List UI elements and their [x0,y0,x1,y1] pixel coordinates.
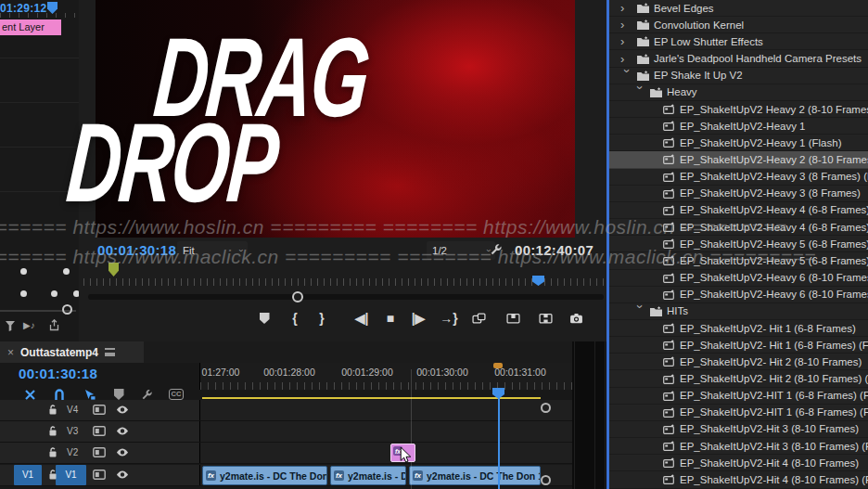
timeline-clip[interactable]: fxy2mate.is - DC The Don 12A [202,466,327,485]
timeline-timecode[interactable]: 00:01:30:18 [19,366,97,381]
sequence-marker-icon[interactable] [493,363,503,368]
panel-menu-icon[interactable] [105,348,115,356]
timeline-ruler[interactable]: 01:27:0000:01:28:0000:01:29:0000:01:30:0… [199,363,573,390]
eye-icon[interactable] [116,427,129,435]
adjustment-layer-clip[interactable]: ent Layer [0,19,61,35]
effects-tree-item[interactable]: ›EP Low Shutter Effects [609,33,868,50]
effects-tree-item[interactable]: ›Convolution Kernel [609,17,868,33]
keyframe-dot[interactable] [63,268,70,275]
green-marker-icon[interactable] [108,263,119,277]
effects-tree-item[interactable]: EP_ShakeItUpV2-Heavy 6 (8-10 Frames) (No… [609,287,868,303]
effects-tree-item[interactable]: EP_ShakeItUpV2-Heavy 3 (8 Frames) [609,186,868,202]
effects-tree-item[interactable]: EP_ShakeItUpV2-Heavy 6 (8-10 Frames) (Fl… [609,270,868,287]
effects-tree-item[interactable]: EP_ShakeItUpV2- Hit 1 (6-8 Frames) [609,320,868,337]
track-header-V4: V4 [0,400,200,420]
effects-tree-item[interactable]: EP_ShakeItUpV2-Hit 3 (8-10 Frames) (Flas… [609,438,868,455]
filter-funnel-icon[interactable] [5,320,16,331]
preset-icon [663,121,680,131]
program-current-timecode[interactable]: 00:01:30:18 [97,242,176,258]
effects-tree-item[interactable]: EP_ShakeItUpV2-Heavy 3 (8 Frames) (Flash… [609,169,868,186]
track-label: V3 [67,426,78,436]
scrollbar-handle[interactable] [541,403,551,413]
chevron-down-icon[interactable]: › [634,304,646,320]
sync-lock-icon[interactable] [93,470,106,480]
effects-tree-item[interactable]: EP_ShakeItUpV2 Heavy 2 (8-10 Frames) [609,101,868,118]
track-header-V2: V2 [0,443,200,463]
lift-button[interactable] [502,308,524,328]
sync-lock-icon[interactable] [93,447,106,457]
effects-tree-item[interactable]: EP_ShakeItUpV2-Heavy 2 (8-10 Frames) (Fl… [609,151,868,168]
keyframe-dot[interactable] [20,268,27,275]
step-back-button[interactable]: ◀| [351,308,373,328]
timeline-tab[interactable]: × Outtastatemp4 [0,341,144,363]
eye-icon[interactable] [116,470,129,479]
scrollbar-handle[interactable] [541,475,551,485]
effects-tree-item[interactable]: EP_ShakeItUpV2- Hit 2 (8-10 Frames) [609,354,868,370]
effects-tree-item[interactable]: EP_ShakeItUpV2-Heavy 4 (6-8 Frames) [609,202,868,219]
effects-tree-item[interactable]: ›HITs [609,303,868,320]
effects-tree-item[interactable]: ›Jarle's Deadpool Handheld Camera Preset… [609,50,868,67]
keyframe-dot[interactable] [51,290,57,297]
effects-tree-item[interactable]: EP_ShakeItUpV2-HIT 1 (6-8 Frames) (Flash… [609,405,868,421]
sync-lock-icon[interactable] [93,405,106,415]
effects-tree-item[interactable]: ›Heavy [609,84,868,101]
chevron-right-icon[interactable]: › [620,19,637,31]
effects-tree-item[interactable]: EP_ShakeItUpV2-Heavy 5 (6-8 Frames) (Fla… [609,252,868,269]
preset-icon [663,205,680,215]
add-marker-button[interactable] [253,308,275,328]
effects-tree-item[interactable]: EP_ShakeItUpV2-Hit 4 (8-10 Frames) [609,455,868,471]
chevron-down-icon[interactable]: › [621,69,633,84]
export-icon[interactable] [48,319,60,331]
divider [0,147,79,148]
program-scrollbar-knob[interactable] [292,291,303,302]
chevron-right-icon[interactable]: › [620,2,637,14]
go-to-out-button[interactable]: →} [438,308,460,328]
effects-tree-item[interactable]: EP_ShakeItUpV2-Heavy 1 [609,118,868,135]
track-target-V1[interactable]: V1 [56,465,86,485]
effects-tree-item[interactable]: EP_ShakeItUpV2- Hit 1 (6-8 Frames) (Flas… [609,337,868,354]
play-stop-button[interactable]: ■ [379,308,402,328]
chevron-right-icon[interactable]: › [620,53,637,65]
zoom-level-select[interactable]: Fit › [177,241,248,260]
effects-tree-item[interactable]: EP_ShakeItUpV2-Heavy 5 (6-8 Frames) [609,236,868,252]
eye-icon[interactable] [116,405,129,414]
timeline-clip[interactable]: fxy2mate.is - D [330,466,406,485]
effects-tree-item[interactable]: ›Bevel Edges [609,0,868,17]
timeline-clip[interactable]: fxy2mate.is - DC The Don 12AM O [409,466,541,485]
lock-icon[interactable] [48,425,57,437]
playback-resolution-select[interactable]: 1/2 › [427,241,495,260]
keyframe-dot[interactable] [20,290,27,297]
extract-button[interactable] [534,308,556,328]
sync-lock-icon[interactable] [93,426,106,436]
program-mini-ruler[interactable] [83,278,607,286]
export-frame-button[interactable] [565,308,587,328]
chevron-right-icon[interactable]: › [620,35,637,47]
lock-icon[interactable] [48,469,57,481]
step-forward-button[interactable]: |▶ [407,308,429,328]
work-area-bar [202,397,541,399]
effects-tree-item[interactable]: EP_ShakeItUpV2-Hit 4 (8-10 Frames) (Flas… [609,471,868,488]
settings-wrench-icon[interactable] [490,243,503,256]
effects-tree-item[interactable]: EP_ShakeItUpV2-Heavy 1 (Flash) [609,135,868,151]
preset-icon [663,273,680,283]
preset-icon [663,407,680,418]
close-tab-icon[interactable]: × [7,346,14,359]
effects-tree-item[interactable]: ›EP Shake It Up V2 [609,68,868,84]
program-out-duration: 00:12:40:07 [515,242,594,258]
eye-icon[interactable] [116,448,129,457]
lock-icon[interactable] [48,446,57,458]
source-patch-V1[interactable]: V1 [14,465,42,485]
play-audio-preview-icon[interactable]: ▶♪ [23,320,35,330]
effects-tree-item[interactable]: EP_ShakeItUpV2-Heavy 4 (6-8 Frames) (Fla… [609,219,868,236]
effects-tree-item[interactable]: EP_ShakeItUpV2-HIT 1 (6-8 Frames) (Flash… [609,388,868,405]
effects-tree-item[interactable]: EP_ShakeItUpV2- Hit 2 (8-10 Frames) (Fla… [609,370,868,387]
comparison-view-button[interactable] [467,308,490,328]
slider-knob[interactable] [62,304,72,315]
chevron-down-icon[interactable]: › [634,85,646,101]
program-scrollbar[interactable] [88,294,604,300]
divider [0,58,79,58]
lock-icon[interactable] [48,404,57,416]
mark-out-button[interactable]: } [311,308,333,328]
mark-in-button[interactable]: { [284,308,306,328]
effects-tree-item[interactable]: EP_ShakeItUpV2-Hit 3 (8-10 Frames) [609,421,868,438]
